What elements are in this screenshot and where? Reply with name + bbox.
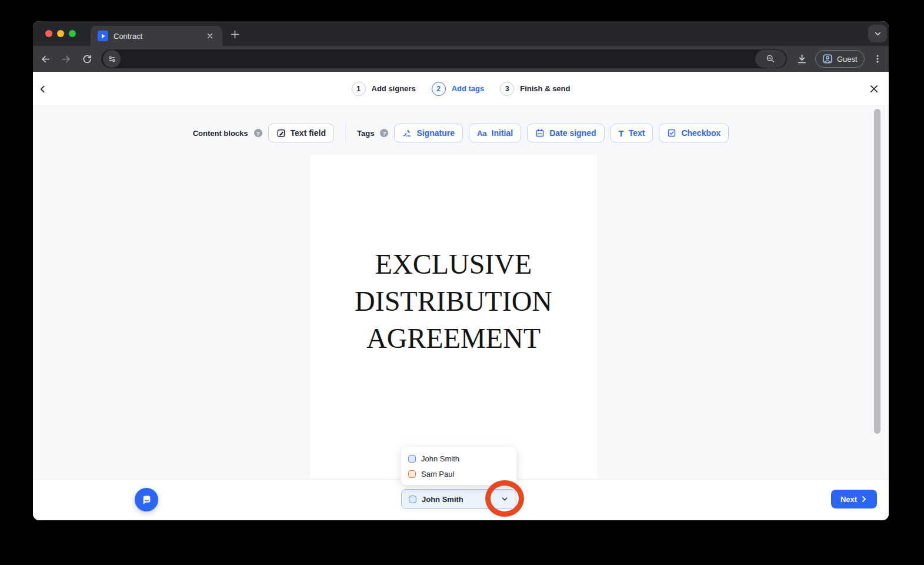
minimize-window-button[interactable] — [57, 30, 64, 37]
title-line: AGREEMENT — [310, 320, 597, 357]
tab-strip: Contract — [33, 21, 889, 46]
chat-bubble-icon — [141, 494, 153, 506]
initial-icon: Aa — [477, 129, 487, 137]
title-line: EXCLUSIVE — [310, 245, 597, 282]
step-number: 3 — [500, 82, 514, 96]
signer-option-john-smith[interactable]: John Smith — [401, 451, 516, 466]
document-title: EXCLUSIVE DISTRIBUTION AGREEMENT — [310, 155, 597, 357]
app-header: 1 Add signers 2 Add tags 3 Finish & send — [33, 72, 889, 106]
signer-color-checkbox-icon[interactable] — [408, 470, 416, 478]
close-icon[interactable] — [866, 82, 882, 96]
tune-icon[interactable] — [103, 50, 121, 68]
step-number: 2 — [432, 82, 446, 96]
stepper: 1 Add signers 2 Add tags 3 Finish & send — [33, 72, 889, 105]
signer-option-sam-paul[interactable]: Sam Paul — [401, 467, 516, 481]
content-blocks-label: Content blocks — [193, 129, 248, 138]
signer-color-checkbox-icon — [409, 496, 416, 503]
menu-dots-icon[interactable] — [870, 52, 885, 66]
toolbar-divider — [345, 124, 346, 142]
address-bar[interactable] — [101, 49, 787, 68]
forward-icon[interactable] — [59, 52, 73, 66]
close-window-button[interactable] — [45, 30, 52, 37]
step-finish-send[interactable]: 3 Finish & send — [500, 82, 570, 96]
step-label: Add signers — [372, 84, 416, 93]
step-add-tags[interactable]: 2 Add tags — [432, 82, 485, 96]
document-page[interactable]: EXCLUSIVE DISTRIBUTION AGREEMENT — [310, 155, 597, 479]
scrollbar-thumb[interactable] — [874, 109, 880, 434]
next-button[interactable]: Next — [831, 490, 877, 508]
checkbox-icon — [667, 128, 676, 138]
pandadoc-favicon-icon — [98, 31, 108, 41]
traffic-lights — [45, 30, 76, 37]
tags-label: Tags — [357, 129, 374, 138]
download-icon[interactable] — [795, 52, 809, 66]
date-signed-tag-button[interactable]: Date signed — [527, 124, 604, 142]
pencil-square-icon — [276, 128, 286, 138]
tag-button-label: Signature — [416, 128, 455, 138]
title-line: DISTRIBUTION — [310, 282, 597, 320]
text-field-label: Text field — [291, 128, 326, 138]
step-number: 1 — [352, 82, 366, 96]
guest-label: Guest — [837, 55, 858, 64]
initial-tag-button[interactable]: Aa Initial — [469, 124, 521, 142]
blocks-toolbar: Content blocks ? Text field Tags ? Signa… — [33, 124, 889, 142]
tab-title: Contract — [114, 32, 205, 41]
tab-contract[interactable]: Contract — [91, 26, 222, 46]
profile-button[interactable]: Guest — [815, 50, 865, 68]
step-label: Finish & send — [520, 84, 570, 93]
tag-button-label: Checkbox — [681, 128, 720, 138]
tab-close-icon[interactable] — [205, 31, 215, 41]
chat-widget-button[interactable] — [135, 488, 158, 511]
selected-signer-label: John Smith — [422, 495, 463, 504]
reload-icon[interactable] — [80, 52, 94, 66]
browser-window: Contract — [33, 21, 889, 520]
signer-option-label: Sam Paul — [421, 470, 454, 478]
signer-select[interactable]: John Smith — [401, 489, 516, 509]
tag-button-label: Initial — [492, 128, 513, 138]
signer-dropdown-menu: John Smith Sam Paul — [401, 447, 516, 485]
tag-button-label: Date signed — [549, 128, 596, 138]
text-icon: T — [619, 129, 624, 138]
browser-toolbar: Guest — [33, 46, 889, 72]
chevron-down-icon[interactable] — [501, 495, 509, 503]
footer-bar: John Smith Next — [33, 479, 889, 520]
checkbox-tag-button[interactable]: Checkbox — [659, 124, 729, 142]
chevron-right-icon — [860, 496, 868, 503]
signature-tag-button[interactable]: Signature — [394, 124, 463, 142]
zoom-page-icon[interactable] — [755, 50, 786, 68]
back-icon[interactable] — [38, 52, 52, 66]
tab-search-chevron-icon[interactable] — [868, 25, 887, 42]
help-icon[interactable]: ? — [380, 129, 388, 137]
step-add-signers[interactable]: 1 Add signers — [352, 82, 416, 96]
signer-color-checkbox-icon[interactable] — [408, 455, 416, 463]
step-label: Add tags — [452, 84, 485, 93]
tag-button-label: Text — [629, 128, 645, 138]
text-field-button[interactable]: Text field — [268, 124, 334, 142]
zoom-window-button[interactable] — [69, 30, 76, 37]
calendar-icon — [535, 128, 545, 138]
help-icon[interactable]: ? — [254, 129, 262, 137]
signature-icon — [402, 128, 412, 138]
new-tab-button[interactable] — [227, 26, 242, 42]
text-tag-button[interactable]: T Text — [611, 124, 653, 142]
signer-option-label: John Smith — [421, 454, 459, 463]
back-chevron-icon[interactable] — [34, 82, 51, 96]
guest-avatar-icon — [822, 54, 833, 64]
next-button-label: Next — [840, 495, 857, 504]
